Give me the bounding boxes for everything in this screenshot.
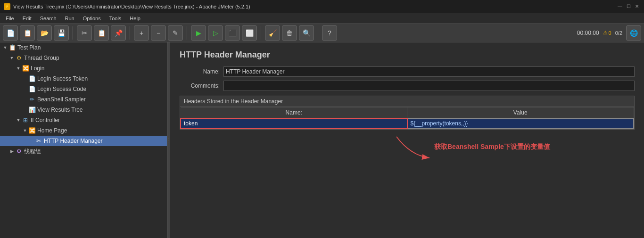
col-value: Value [407,107,634,119]
start-button[interactable]: ▶ [191,25,206,41]
logincode-icon: 📄 [28,85,36,93]
main-content-panel: HTTP Header Manager Name: Comments: Head… [170,42,644,238]
toggle-button[interactable]: ✎ [168,25,183,41]
headers-section-title: Headers Stored in the Header Manager [180,96,634,107]
paste-button[interactable]: 📌 [111,25,126,41]
menu-file[interactable]: File [2,15,18,22]
sep4 [261,26,261,40]
maximize-button[interactable]: ☐ [625,3,632,10]
shutdown-button[interactable]: ⬜ [242,25,257,41]
toggle-ifcontroller[interactable]: ▼ [15,117,22,123]
tree-label-ifcontroller: If Controller [31,117,60,123]
col-name: Name: [181,107,407,119]
tree-item-httpheader[interactable]: ▶ ✂ HTTP Header Manager [0,136,167,146]
annotation-text: 获取Beanshell Sample下设置的变量值 [434,143,550,151]
new-button[interactable]: 📄 [3,25,18,41]
tree-item-logincode[interactable]: ▶ 📄 Login Sucess Code [0,84,167,94]
headers-table: Name: Value token ${__property(tokens,,)… [180,107,634,129]
sep5 [318,26,318,40]
toggle-login[interactable]: ▼ [15,65,22,72]
tree-label-logincode: Login Sucess Code [37,86,86,92]
tree-label-testplan: Test Plan [17,44,41,51]
testplan-icon: 📋 [8,44,16,51]
beanshell-icon: ✏ [28,96,36,103]
menu-tools[interactable]: Tools [106,15,125,22]
tree-label-logintoken: Login Sucess Token [37,75,88,82]
toggle-testplan[interactable]: ▼ [2,44,8,51]
search-button[interactable]: 🔍 [299,25,314,41]
tree-item-homepage[interactable]: ▼ 🔀 Home Page [0,125,167,136]
title-bar: ⚡ View Results Tree.jmx (C:\Users\Admini… [0,0,644,13]
window-title: View Results Tree.jmx (C:\Users\Administ… [13,4,250,9]
app-icon: ⚡ [4,3,10,10]
table-row[interactable]: token ${__property(tokens,,)} [181,118,634,129]
window-controls[interactable]: — ☐ ✕ [617,3,640,10]
title-bar-left: ⚡ View Results Tree.jmx (C:\Users\Admini… [4,3,250,10]
tree-label-httpheader: HTTP Header Manager [44,138,103,144]
comments-row: Comments: [180,81,635,91]
open-button[interactable]: 📂 [37,25,52,41]
tree-item-viewresults[interactable]: ▶ 📊 View Results Tree [0,105,167,115]
minimize-button[interactable]: — [617,3,623,10]
remote-button[interactable]: 🌐 [626,25,641,41]
copy-button[interactable]: 📋 [94,25,109,41]
menu-options[interactable]: Options [79,15,105,22]
viewresults-icon: 📊 [28,106,36,114]
menu-edit[interactable]: Edit [19,15,35,22]
tree-label-group2: 线程组 [24,148,41,156]
login-icon: 🔀 [22,65,29,72]
name-label: Name: [180,68,220,75]
headers-table-header-row: Name: Value [181,107,634,119]
group2-icon: ⚙ [15,148,23,155]
toolbar: 📄 📋 📂 💾 ✂ 📋 📌 + − ✎ ▶ ▷ ⬛ ⬜ 🧹 🗑 🔍 ? 00:0… [0,24,644,42]
name-row: Name: [180,66,635,77]
cut-button[interactable]: ✂ [77,25,92,41]
remove-button[interactable]: − [151,25,166,41]
tree-item-testplan[interactable]: ▼ 📋 Test Plan [0,42,167,53]
tree-item-logintoken[interactable]: ▶ 📄 Login Sucess Token [0,74,167,84]
tree-item-group2[interactable]: ▶ ⚙ 线程组 [0,146,167,156]
clear-button[interactable]: 🧹 [265,25,280,41]
tree-label-beanshell: BeanShell Sampler [37,96,86,103]
comments-label: Comments: [180,82,220,89]
httpheader-icon: ✂ [35,137,42,145]
startno-button[interactable]: ▷ [208,25,223,41]
tree-label-login: Login [31,65,44,72]
tree-item-threadgroup[interactable]: ▼ ⚙ Thread Group [0,53,167,63]
menu-help[interactable]: Help [126,15,144,22]
close-button[interactable]: ✕ [634,3,640,10]
menu-run[interactable]: Run [61,15,78,22]
tree-item-beanshell[interactable]: ▶ ✏ BeanShell Sampler [0,94,167,105]
tree-item-login[interactable]: ▼ 🔀 Login [0,63,167,74]
sep3 [187,26,187,40]
error-count: 0/2 [615,30,622,36]
main-layout: ▼ 📋 Test Plan ▼ ⚙ Thread Group ▼ 🔀 Login… [0,42,644,238]
stop-button[interactable]: ⬛ [225,25,240,41]
headers-section: Headers Stored in the Header Manager Nam… [180,96,635,130]
toggle-threadgroup[interactable]: ▼ [8,55,15,61]
sep1 [73,26,73,40]
clearall-button[interactable]: 🗑 [282,25,297,41]
name-input[interactable] [223,66,635,77]
homepage-icon: 🔀 [28,127,36,134]
annotation-area: 获取Beanshell Sample下设置的变量值 [180,134,635,172]
toggle-group2[interactable]: ▶ [8,148,15,155]
toggle-homepage[interactable]: ▼ [22,127,28,134]
sep2 [130,26,130,40]
warning-count: ⚠ 0 [603,30,611,36]
tree-label-viewresults: View Results Tree [37,107,83,113]
elapsed-time: 00:00:00 [577,30,599,36]
header-name-cell[interactable]: token [181,118,407,129]
add-button[interactable]: + [134,25,149,41]
header-value-cell[interactable]: ${__property(tokens,,)} [407,118,634,129]
threadgroup-icon: ⚙ [15,54,23,62]
help-button[interactable]: ? [322,25,337,41]
comments-input[interactable] [223,81,635,91]
tree-item-ifcontroller[interactable]: ▼ ⊞ If Controller [0,115,167,125]
template-button[interactable]: 📋 [20,25,35,41]
tree-label-threadgroup: Thread Group [24,55,59,61]
tree-label-homepage: Home Page [37,127,67,134]
toolbar-right: 00:00:00 ⚠ 0 0/2 🌐 [577,25,641,41]
save-button[interactable]: 💾 [54,25,69,41]
menu-search[interactable]: Search [36,15,60,22]
